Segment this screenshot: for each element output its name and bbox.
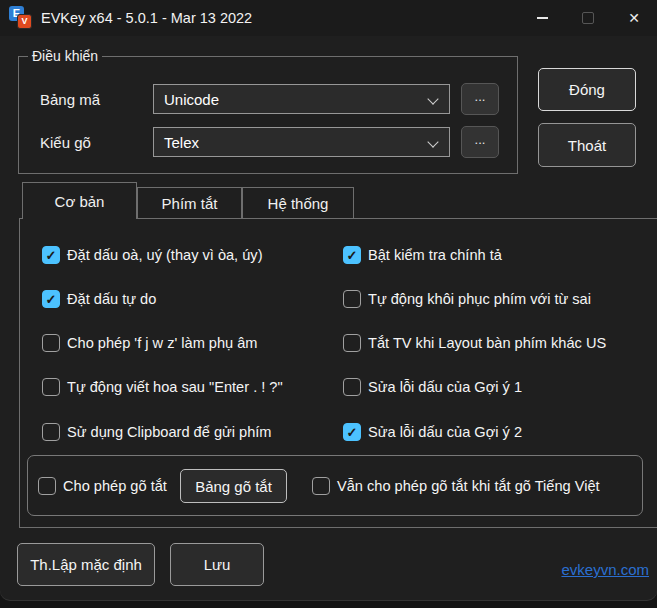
close-icon: ✕ [628, 11, 640, 25]
app-logo-icon: E V [9, 6, 32, 29]
checkbox[interactable] [343, 423, 361, 441]
checkbox-label: Tắt TV khi Layout bàn phím khác US [368, 335, 606, 351]
maximize-icon [582, 12, 594, 24]
checkbox-label: Sử dụng Clipboard để gửi phím [67, 424, 272, 440]
checkbox-label: Vẫn cho phép gõ tắt khi tắt gõ Tiếng Việ… [337, 478, 600, 494]
option-van-cho-phep-go-tat[interactable]: Vẫn cho phép gõ tắt khi tắt gõ Tiếng Việ… [312, 476, 600, 496]
bang-go-tat-button[interactable]: Bảng gõ tắt [180, 469, 287, 503]
dong-button[interactable]: Đóng [538, 68, 636, 111]
checkbox[interactable] [343, 290, 361, 308]
checkbox[interactable] [343, 334, 361, 352]
charset-value: Unicode [164, 91, 219, 108]
checkbox-label: Sửa lỗi dấu của Gợi ý 1 [368, 379, 522, 395]
checkbox-label: Cho phép 'f j w z' làm phụ âm [67, 335, 258, 351]
option-cho-phep-go-tat[interactable]: Cho phép gõ tắt [38, 476, 167, 496]
checkbox-label: Sửa lỗi dấu của Gợi ý 2 [368, 424, 522, 440]
checkbox[interactable] [343, 378, 361, 396]
checkbox-label: Tự động viết hoa sau "Enter . ! ?" [67, 379, 283, 395]
checkbox-label: Tự động khôi phục phím với từ sai [368, 291, 591, 307]
checkbox[interactable] [42, 246, 60, 264]
checkbox-label: Đặt dấu oà, uý (thay vì òa, úy) [67, 247, 263, 263]
option-kiem-tra-chinh-ta[interactable]: Bật kiểm tra chính tả [343, 245, 502, 265]
checkbox-label: Đặt dấu tự do [67, 291, 156, 307]
tab-co-ban[interactable]: Cơ bản [22, 182, 137, 219]
option-viet-hoa-sau-enter[interactable]: Tự động viết hoa sau "Enter . ! ?" [42, 377, 283, 397]
option-sua-loi-goi-y-2[interactable]: Sửa lỗi dấu của Gợi ý 2 [343, 422, 522, 442]
input-method-dropdown[interactable]: Telex [153, 127, 450, 157]
checkbox[interactable] [42, 423, 60, 441]
evkey-window: E V EVKey x64 - 5.0.1 - Mar 13 2022 ✕ Đi… [0, 0, 657, 600]
input-method-more-button[interactable]: ... [461, 126, 499, 158]
input-method-value: Telex [164, 134, 199, 151]
charset-more-button[interactable]: ... [461, 83, 499, 115]
checkbox[interactable] [42, 334, 60, 352]
input-method-label: Kiểu gõ [40, 134, 91, 151]
option-fjwz-phu-am[interactable]: Cho phép 'f j w z' làm phụ âm [42, 333, 258, 353]
chevron-down-icon [427, 136, 438, 147]
logo-v-square: V [17, 14, 32, 29]
minimize-button[interactable] [519, 0, 565, 36]
option-clipboard-gui-phim[interactable]: Sử dụng Clipboard để gửi phím [42, 422, 272, 442]
option-dat-dau-tu-do[interactable]: Đặt dấu tự do [42, 289, 156, 309]
chevron-down-icon [427, 93, 438, 104]
option-tat-tv-layout-khac-us[interactable]: Tắt TV khi Layout bàn phím khác US [343, 333, 606, 353]
titlebar[interactable]: E V EVKey x64 - 5.0.1 - Mar 13 2022 ✕ [0, 0, 657, 36]
window-title: EVKey x64 - 5.0.1 - Mar 13 2022 [41, 0, 252, 36]
close-button[interactable]: ✕ [611, 0, 657, 36]
thoat-button[interactable]: Thoát [538, 123, 636, 167]
checkbox[interactable] [42, 378, 60, 396]
controls-group-legend: Điều khiển [28, 48, 102, 64]
checkbox-label: Bật kiểm tra chính tả [368, 247, 502, 263]
charset-dropdown[interactable]: Unicode [153, 84, 450, 114]
option-khoi-phuc-phim[interactable]: Tự động khôi phục phím với từ sai [343, 289, 591, 309]
checkbox[interactable] [312, 477, 330, 495]
checkbox-label: Cho phép gõ tắt [63, 478, 167, 494]
tab-he-thong[interactable]: Hệ thống [242, 187, 354, 219]
tab-phim-tat[interactable]: Phím tắt [137, 187, 242, 219]
option-dat-dau-oa-uy[interactable]: Đặt dấu oà, uý (thay vì òa, úy) [42, 245, 263, 265]
maximize-button[interactable] [565, 0, 611, 36]
checkbox[interactable] [343, 246, 361, 264]
checkbox[interactable] [42, 290, 60, 308]
charset-label: Bảng mã [40, 91, 100, 108]
minimize-icon [537, 17, 548, 19]
window-controls: ✕ [519, 0, 657, 36]
evkeyvn-link[interactable]: evkeyvn.com [561, 561, 649, 578]
save-button[interactable]: Lưu [170, 543, 264, 586]
default-settings-button[interactable]: Th.Lập mặc định [17, 543, 155, 586]
checkbox[interactable] [38, 477, 56, 495]
option-sua-loi-goi-y-1[interactable]: Sửa lỗi dấu của Gợi ý 1 [343, 377, 522, 397]
